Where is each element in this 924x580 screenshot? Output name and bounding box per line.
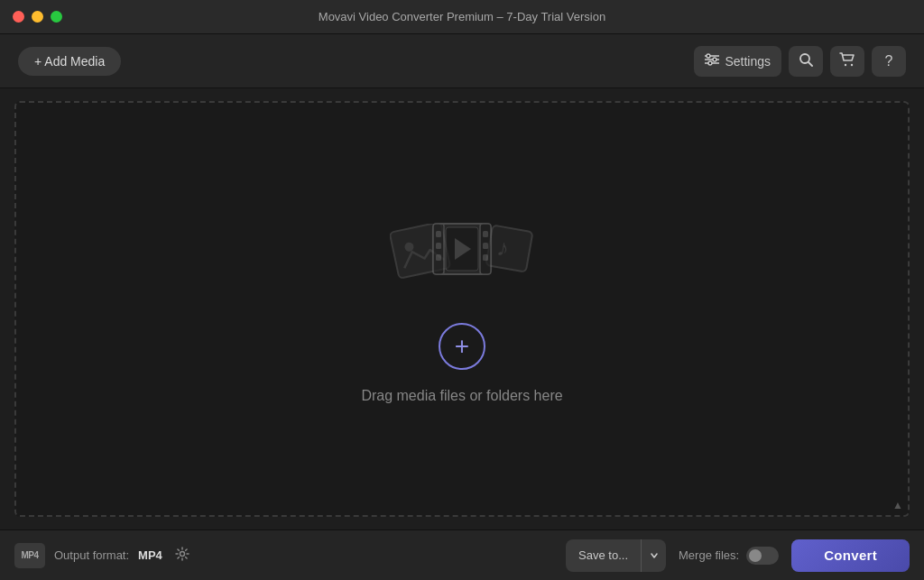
output-label: Output format:: [54, 548, 129, 562]
svg-rect-18: [483, 231, 488, 237]
svg-rect-15: [436, 231, 441, 237]
add-files-button[interactable]: +: [439, 323, 485, 370]
merge-files-toggle[interactable]: [746, 547, 779, 565]
output-format-section: MP4 Output format: MP4: [14, 543, 189, 568]
mp4-badge: MP4: [14, 543, 45, 568]
titlebar: Movavi Video Converter Premium – 7-Day T…: [0, 0, 924, 34]
save-to-label: Save to...: [578, 548, 628, 562]
svg-point-25: [180, 551, 184, 556]
cart-button[interactable]: [830, 46, 864, 77]
svg-rect-19: [483, 243, 488, 249]
drag-text: Drag media files or folders here: [361, 388, 562, 404]
settings-icon: [705, 53, 719, 69]
scroll-down-icon: ▲: [892, 499, 903, 511]
settings-label: Settings: [725, 54, 771, 69]
cart-icon: [839, 52, 855, 70]
dropzone[interactable]: ♪ + Drag media files or folders here ▲: [14, 101, 910, 517]
add-media-label: + Add Media: [34, 54, 105, 69]
save-to-button[interactable]: Save to...: [566, 539, 641, 572]
media-icons: ♪: [390, 215, 534, 305]
svg-rect-16: [436, 243, 441, 249]
maximize-button[interactable]: [51, 11, 62, 23]
toolbar: + Add Media Settings: [0, 34, 924, 88]
svg-point-4: [713, 58, 716, 61]
svg-line-7: [808, 62, 812, 66]
svg-point-5: [708, 61, 712, 65]
save-to-group: Save to...: [566, 539, 666, 572]
window-title: Movavi Video Converter Premium – 7-Day T…: [319, 10, 605, 23]
svg-point-3: [707, 54, 710, 58]
search-icon: [799, 52, 813, 70]
convert-label: Convert: [824, 548, 877, 563]
toolbar-right: Settings ?: [694, 46, 906, 77]
save-to-dropdown-button[interactable]: [641, 539, 666, 572]
film-icon: [428, 215, 496, 283]
mp4-badge-text: MP4: [21, 550, 38, 560]
svg-rect-17: [436, 254, 441, 261]
svg-rect-20: [483, 254, 488, 261]
minimize-button[interactable]: [32, 11, 43, 23]
merge-files-section: Merge files:: [679, 547, 779, 565]
svg-point-8: [845, 63, 846, 65]
help-button[interactable]: ?: [872, 46, 906, 77]
svg-point-9: [851, 63, 853, 65]
merge-files-label: Merge files:: [679, 548, 739, 562]
output-format-value: MP4: [138, 548, 162, 562]
scrollbar: ▲: [892, 103, 904, 515]
add-media-button[interactable]: + Add Media: [18, 47, 121, 76]
search-button[interactable]: [789, 46, 823, 77]
traffic-lights: [13, 11, 62, 23]
settings-button[interactable]: Settings: [694, 46, 781, 77]
help-icon: ?: [885, 53, 893, 69]
plus-icon: +: [455, 332, 469, 361]
bottombar: MP4 Output format: MP4 Save to...: [0, 529, 924, 580]
dropdown-arrow-icon: [651, 550, 658, 560]
convert-button[interactable]: Convert: [791, 539, 910, 572]
output-settings-button[interactable]: [175, 547, 189, 565]
bottom-right-controls: Save to... Merge files: Convert: [566, 539, 910, 572]
close-button[interactable]: [13, 11, 24, 23]
